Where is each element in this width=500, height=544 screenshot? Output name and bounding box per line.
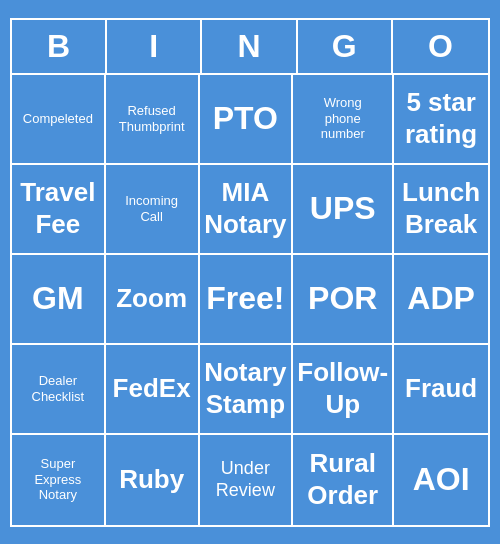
bingo-grid: CompeletedRefused ThumbprintPTOWrong pho… bbox=[12, 75, 488, 525]
cell-text-1: Refused Thumbprint bbox=[119, 103, 185, 134]
cell-text-15: Dealer Checklist bbox=[32, 373, 85, 404]
cell-text-20: Super Express Notary bbox=[34, 456, 81, 503]
cell-0: Compeleted bbox=[12, 75, 106, 165]
cell-8: UPS bbox=[293, 165, 394, 255]
cell-text-4: 5 star rating bbox=[405, 87, 477, 149]
cell-16: FedEx bbox=[106, 345, 200, 435]
cell-text-16: FedEx bbox=[113, 373, 191, 404]
cell-2: PTO bbox=[200, 75, 294, 165]
cell-20: Super Express Notary bbox=[12, 435, 106, 525]
cell-text-0: Compeleted bbox=[23, 111, 93, 127]
cell-text-9: Lunch Break bbox=[402, 177, 480, 239]
cell-text-12: Free! bbox=[206, 279, 284, 317]
cell-5: Travel Fee bbox=[12, 165, 106, 255]
cell-9: Lunch Break bbox=[394, 165, 488, 255]
cell-text-18: Follow- Up bbox=[297, 357, 388, 419]
cell-text-8: UPS bbox=[310, 189, 376, 227]
cell-11: Zoom bbox=[106, 255, 200, 345]
header-letter: I bbox=[107, 20, 202, 73]
cell-12: Free! bbox=[200, 255, 294, 345]
cell-4: 5 star rating bbox=[394, 75, 488, 165]
cell-text-11: Zoom bbox=[116, 283, 187, 314]
cell-text-6: Incoming Call bbox=[125, 193, 178, 224]
cell-text-22: Under Review bbox=[216, 458, 275, 501]
cell-23: Rural Order bbox=[293, 435, 394, 525]
cell-24: AOI bbox=[394, 435, 488, 525]
cell-6: Incoming Call bbox=[106, 165, 200, 255]
cell-text-5: Travel Fee bbox=[20, 177, 95, 239]
cell-19: Fraud bbox=[394, 345, 488, 435]
cell-10: GM bbox=[12, 255, 106, 345]
cell-18: Follow- Up bbox=[293, 345, 394, 435]
cell-text-19: Fraud bbox=[405, 373, 477, 404]
cell-text-24: AOI bbox=[413, 460, 470, 498]
cell-text-7: MIA Notary bbox=[204, 177, 286, 239]
cell-17: Notary Stamp bbox=[200, 345, 294, 435]
header-letter: G bbox=[298, 20, 393, 73]
cell-text-10: GM bbox=[32, 279, 84, 317]
bingo-card: BINGO CompeletedRefused ThumbprintPTOWro… bbox=[10, 18, 490, 527]
cell-text-13: POR bbox=[308, 279, 377, 317]
cell-text-17: Notary Stamp bbox=[204, 357, 286, 419]
cell-14: ADP bbox=[394, 255, 488, 345]
cell-3: Wrong phone number bbox=[293, 75, 394, 165]
cell-text-21: Ruby bbox=[119, 464, 184, 495]
header-letter: B bbox=[12, 20, 107, 73]
cell-text-2: PTO bbox=[213, 99, 278, 137]
cell-22: Under Review bbox=[200, 435, 294, 525]
cell-21: Ruby bbox=[106, 435, 200, 525]
header-row: BINGO bbox=[12, 20, 488, 75]
cell-text-23: Rural Order bbox=[307, 448, 378, 510]
cell-15: Dealer Checklist bbox=[12, 345, 106, 435]
cell-1: Refused Thumbprint bbox=[106, 75, 200, 165]
cell-text-3: Wrong phone number bbox=[321, 95, 365, 142]
cell-text-14: ADP bbox=[407, 279, 475, 317]
header-letter: N bbox=[202, 20, 297, 73]
cell-7: MIA Notary bbox=[200, 165, 294, 255]
header-letter: O bbox=[393, 20, 488, 73]
cell-13: POR bbox=[293, 255, 394, 345]
